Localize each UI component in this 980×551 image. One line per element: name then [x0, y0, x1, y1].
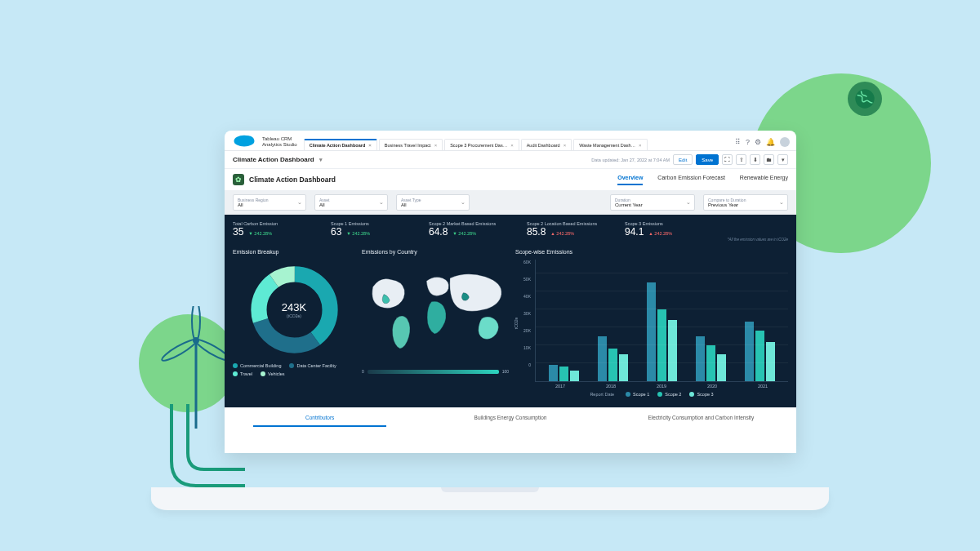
- bar: [668, 320, 677, 381]
- emission-breakup-title: Emission Breakup: [233, 249, 355, 255]
- app-window: Tableau CRMAnalytics Studio Climate Acti…: [225, 131, 796, 453]
- salesforce-logo-icon: [233, 133, 256, 148]
- svg-point-12: [235, 137, 244, 145]
- bar-group: [647, 282, 677, 381]
- bar: [608, 349, 617, 381]
- page-title: Climate Action Dashboard: [233, 156, 314, 163]
- bar: [696, 336, 705, 381]
- workspace-tabs: Climate Action Dashboard×Business Travel…: [304, 131, 735, 150]
- workspace-tab[interactable]: Waste Management Dash…×: [573, 139, 647, 150]
- workspace-tab[interactable]: Business Travel Impact×: [379, 139, 443, 150]
- legend-label: Data Center Facility: [296, 363, 336, 368]
- user-avatar-icon[interactable]: [780, 137, 790, 147]
- notifications-bell-icon[interactable]: 🔔: [766, 138, 775, 146]
- folder-icon[interactable]: 🖿: [764, 154, 774, 165]
- bar: [766, 342, 775, 381]
- chevron-down-icon: ⌄: [297, 199, 302, 206]
- page-title-dropdown-icon[interactable]: ▾: [319, 157, 323, 163]
- fullscreen-icon[interactable]: ⛶: [722, 154, 733, 165]
- donut-legend: Commercial BuildingData Center FacilityT…: [233, 363, 355, 376]
- kpi-value: 35: [233, 226, 243, 238]
- kpi-delta: ▼ 242.28%: [452, 231, 476, 236]
- kpi-card: Scope 1 Emissions63▼ 242.28%: [331, 221, 429, 238]
- leaf-icon: ✿: [233, 174, 244, 185]
- legend-item: Scope 2: [657, 392, 681, 397]
- close-icon[interactable]: ×: [510, 143, 514, 148]
- studio-label: Tableau CRMAnalytics Studio: [262, 136, 297, 150]
- filter-dropdown[interactable]: AssetAll⌄: [314, 194, 388, 211]
- bottom-tab[interactable]: Electricity Consumption and Carbon Inten…: [606, 408, 796, 427]
- map-scale: 0 100: [362, 369, 509, 374]
- apps-icon[interactable]: ⠿: [735, 138, 741, 146]
- download-icon[interactable]: ⬇: [750, 154, 760, 165]
- map-title: Emissions by Country: [362, 249, 509, 255]
- bar: [549, 365, 558, 381]
- x-tick: 2019: [657, 384, 666, 389]
- edit-button[interactable]: Edit: [673, 154, 693, 165]
- x-tick: 2018: [606, 384, 616, 389]
- bottom-tab[interactable]: Buildings Energy Consumption: [415, 408, 605, 427]
- kpi-value: 63: [331, 226, 341, 238]
- view-tabs: OverviewCarbon Emission ForecastRenewabl…: [617, 175, 788, 185]
- filter-dropdown[interactable]: Business RegionAll⌄: [233, 194, 306, 211]
- emission-breakup-panel: Emission Breakup 243K (tCO2e) Commercial…: [233, 249, 355, 399]
- bar-group: [598, 336, 628, 381]
- bar: [755, 331, 764, 381]
- charts-area: Emission Breakup 243K (tCO2e) Commercial…: [225, 244, 796, 407]
- kpi-card: Total Carbon Emission35▼ 242.28%: [233, 221, 331, 238]
- share-icon[interactable]: ⇪: [736, 154, 746, 165]
- legend-label: Scope 1: [633, 392, 649, 397]
- legend-item: Scope 1: [626, 392, 649, 397]
- svg-point-3: [192, 306, 200, 340]
- legend-label: Scope 3: [697, 392, 713, 397]
- save-button[interactable]: Save: [696, 154, 719, 165]
- workspace-tab[interactable]: Audit Dashboard×: [521, 139, 572, 150]
- more-menu-icon[interactable]: ▾: [777, 154, 788, 165]
- dashboard-header: ✿ Climate Action Dashboard OverviewCarbo…: [225, 169, 796, 190]
- filter-dropdown[interactable]: Compare to DurationPrevious Year⌄: [703, 194, 788, 211]
- close-icon[interactable]: ×: [368, 143, 372, 148]
- filter-value: Current Year: [615, 202, 690, 208]
- view-tab[interactable]: Renewable Energy: [740, 175, 788, 185]
- bar-y-axis: 60K50K40K30K20K10K0: [515, 260, 533, 367]
- kpi-delta: ▼ 242.28%: [248, 231, 272, 236]
- legend-label: Scope 2: [665, 392, 681, 397]
- legend-item: Scope 3: [689, 392, 713, 397]
- kpi-delta: ▲ 242.28%: [550, 231, 574, 236]
- laptop-base: [151, 487, 829, 510]
- tab-label: Climate Action Dashboard: [310, 143, 366, 148]
- chevron-down-icon: ⌄: [461, 199, 466, 206]
- workspace-tab[interactable]: Climate Action Dashboard×: [304, 139, 377, 150]
- globe-icon: [848, 82, 882, 116]
- svg-point-5: [160, 337, 198, 364]
- bottom-tab[interactable]: Contributors: [225, 408, 415, 427]
- kpi-delta: ▼ 242.28%: [346, 231, 370, 236]
- legend-item: Travel: [233, 371, 252, 376]
- filter-value: All: [238, 202, 301, 208]
- view-tab[interactable]: Carbon Emission Forecast: [657, 175, 724, 185]
- bar-plot: [535, 260, 788, 382]
- tab-label: Scope 3 Procurement Das…: [450, 143, 507, 148]
- bar: [598, 336, 607, 381]
- settings-gear-icon[interactable]: ⚙: [755, 138, 761, 146]
- chevron-down-icon: ⌄: [379, 199, 384, 206]
- filter-dropdown[interactable]: DurationCurrent Year⌄: [610, 194, 695, 211]
- legend-item: Commercial Building: [233, 363, 281, 368]
- svg-point-0: [855, 89, 874, 108]
- bar-legend: Report DateScope 1Scope 2Scope 3: [515, 392, 788, 397]
- tab-label: Business Travel Impact: [385, 143, 431, 148]
- chevron-down-icon: ⌄: [686, 199, 691, 206]
- close-icon[interactable]: ×: [434, 143, 438, 148]
- close-icon[interactable]: ×: [564, 143, 567, 148]
- close-icon[interactable]: ×: [639, 143, 642, 148]
- help-icon[interactable]: ?: [746, 138, 750, 146]
- view-tab[interactable]: Overview: [617, 175, 643, 185]
- filter-value: All: [319, 202, 383, 208]
- bar-group: [745, 322, 775, 381]
- workspace-tab[interactable]: Scope 3 Procurement Das…×: [444, 139, 519, 150]
- kpi-card: Scope 2 Location Based Emissions85.8▲ 24…: [527, 221, 625, 238]
- filter-value: All: [401, 202, 465, 208]
- legend-swatch-icon: [657, 392, 662, 397]
- filter-dropdown[interactable]: Asset TypeAll⌄: [396, 194, 470, 211]
- kpi-value: 94.1: [625, 226, 644, 238]
